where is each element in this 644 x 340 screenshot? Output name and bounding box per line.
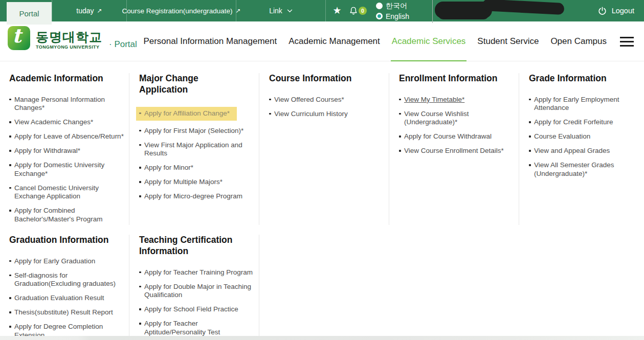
menu-item-view-course-enrollment-details[interactable]: View Course Enrollment Details* [399, 147, 514, 155]
redaction-blob [438, 8, 489, 19]
notifications-bell-button[interactable]: 0 [347, 0, 368, 21]
menu-item-apply-for-multiple-majors[interactable]: Apply for Multiple Majors* [139, 178, 254, 186]
menu-column-graduation-information: Graduation InformationApply for Early Gr… [9, 235, 129, 340]
menu-item-view-first-major-application-and-results[interactable]: View First Major Application and Results [139, 141, 254, 158]
menu-item-view-academic-changes[interactable]: View Academic Changes* [9, 118, 124, 126]
column-divider [259, 235, 259, 340]
topbar-separator [432, 0, 433, 23]
menu-item-apply-for-first-major-selection[interactable]: Apply for First Major (Selection)* [139, 127, 254, 135]
menu-item-view-course-wishlist-undergraduate[interactable]: View Course Wishlist (Undergraduate)* [399, 110, 514, 127]
portal-suffix: · Portal [109, 26, 137, 50]
topbar-link-tuday[interactable]: tuday ↗ [52, 0, 127, 21]
header: t 동명대학교 TONGMYONG UNIVERSITY · Portal Pe… [0, 21, 644, 61]
link-dropdown-label: Link [269, 7, 282, 15]
university-logo-icon: t [8, 26, 30, 50]
column-title: Academic Information [9, 73, 119, 84]
menu-item-manage-personal-information-changes[interactable]: Manage Personal Information Changes* [9, 96, 124, 112]
menu-item-apply-for-double-major-in-teaching-qualification[interactable]: Apply for Double Major in Teaching Quali… [139, 283, 254, 300]
radio-selected-icon [376, 13, 383, 19]
column-title: Course Information [269, 73, 379, 84]
menu-item-apply-for-combined-bachelor-s-master-s-program[interactable]: Apply for Combined Bachelor's/Master's P… [9, 207, 124, 223]
column-divider [259, 73, 259, 225]
column-title: Teaching Certification Information [139, 235, 249, 257]
language-korean-label: 한국어 [386, 2, 407, 11]
logo-english-name: TONGMYONG UNIVERSITY [36, 44, 102, 50]
logo[interactable]: t 동명대학교 TONGMYONG UNIVERSITY · Portal [8, 26, 137, 50]
logout-label: Logout [612, 7, 634, 15]
menu-item-apply-for-minor[interactable]: Apply for Minor* [139, 164, 254, 172]
menu-item-view-and-appeal-grades[interactable]: View and Appeal Grades [529, 147, 643, 155]
menu-item-apply-for-leave-of-absence-return[interactable]: Apply for Leave of Absence/Return* [9, 132, 124, 141]
menu-item-apply-for-teacher-aptitude-personality-test[interactable]: Apply for Teacher Aptitude/Personality T… [139, 320, 254, 336]
menu-item-apply-for-micro-degree-program[interactable]: Apply for Micro-degree Program [139, 192, 254, 200]
portal-tab[interactable]: Portal [7, 2, 52, 25]
page-bottom-strip [0, 336, 644, 340]
menu-item-apply-for-teacher-training-program[interactable]: Apply for Teacher Training Program [139, 268, 254, 277]
menu-column-course-information: Course InformationView Offered Courses*V… [269, 73, 389, 225]
nav-item-personal-information-management[interactable]: Personal Information Management [143, 21, 277, 61]
language-option-english[interactable]: English [376, 12, 409, 20]
menu-item-view-curriculum-history[interactable]: View Curriculum History [269, 110, 384, 118]
menu-item-apply-for-course-withdrawal[interactable]: Apply for Course Withdrawal [399, 132, 514, 141]
nav-item-student-service[interactable]: Student Service [477, 21, 539, 61]
favorites-star-icon[interactable]: ★ [331, 0, 343, 21]
language-english-label: English [386, 12, 409, 20]
topbar: Portal tuday ↗ Course Registration(under… [0, 0, 644, 21]
menu-item-apply-for-early-employment-attendance[interactable]: Apply for Early Employment Attendance [529, 96, 643, 112]
menu-row-1: Academic InformationManage Personal Info… [0, 61, 644, 225]
topbar-link-course-registration[interactable]: Course Registration(undergraduate) ↗ [127, 0, 236, 21]
nav-item-academic-services[interactable]: Academic Services [392, 21, 466, 61]
menu-column-teaching-certification-information: Teaching Certification InformationApply … [139, 235, 259, 340]
menu-item-apply-for-withdrawal[interactable]: Apply for Withdrawal* [9, 147, 124, 155]
menu-item-apply-for-early-graduation[interactable]: Apply for Early Graduation [9, 257, 124, 265]
menu-item-apply-for-domestic-university-exchange[interactable]: Apply for Domestic University Exchange* [9, 161, 124, 178]
column-title: Enrollment Information [399, 73, 509, 84]
column-divider [389, 73, 389, 225]
logo-korean-name: 동명대학교 [36, 29, 102, 44]
notification-count-badge: 0 [359, 7, 367, 15]
column-title: Grade Information [529, 73, 639, 84]
topbar-link-dropdown[interactable]: Link [236, 0, 326, 21]
menu-item-apply-for-affiliation-change[interactable]: Apply for Affiliation Change* [136, 107, 237, 121]
column-title: Graduation Information [9, 235, 119, 246]
chevron-down-icon [287, 9, 293, 13]
menu-column-grade-information: Grade InformationApply for Early Employm… [529, 73, 644, 225]
column-divider [129, 235, 129, 340]
power-icon [597, 6, 607, 16]
menu-item-view-my-timetable[interactable]: View My Timetable* [399, 96, 514, 104]
language-switcher: 한국어 English [376, 0, 409, 21]
nav-item-open-campus[interactable]: Open Campus [550, 21, 607, 61]
menu-column-enrollment-information: Enrollment InformationView My Timetable*… [399, 73, 519, 225]
external-link-icon: ↗ [97, 7, 102, 14]
menu-item-graduation-evaluation-result[interactable]: Graduation Evaluation Result [9, 294, 124, 302]
column-divider [129, 73, 129, 225]
course-registration-label: Course Registration(undergraduate) [122, 7, 232, 15]
column-title: Major Change Application [139, 73, 249, 96]
main-nav: Personal Information ManagementAcademic … [143, 21, 634, 61]
hamburger-menu-icon[interactable] [620, 37, 634, 47]
menu-item-apply-for-credit-forfeiture[interactable]: Apply for Credit Forfeiture [529, 118, 643, 126]
bell-icon [348, 6, 359, 16]
language-option-korean[interactable]: 한국어 [376, 2, 409, 11]
academic-services-mega-menu: Academic InformationManage Personal Info… [0, 61, 644, 340]
nav-item-academic-management[interactable]: Academic Management [288, 21, 380, 61]
menu-item-view-all-semester-grades-undergraduate[interactable]: View All Semester Grades (Undergraduate)… [529, 161, 643, 178]
menu-column-academic-information: Academic InformationManage Personal Info… [9, 73, 129, 225]
menu-item-view-offered-courses[interactable]: View Offered Courses* [269, 96, 384, 104]
radio-unselected-icon [376, 3, 383, 9]
menu-row-2: Graduation InformationApply for Early Gr… [0, 225, 644, 340]
menu-item-self-diagnosis-for-graduation-excluding-graduates[interactable]: Self-diagnosis for Graduation(Excluding … [9, 271, 124, 288]
menu-item-cancel-domestic-university-exchange-application[interactable]: Cancel Domestic University Exchange Appl… [9, 184, 124, 201]
redacted-username [434, 0, 565, 21]
redaction-blob [482, 0, 564, 15]
tuday-label: tuday [76, 7, 94, 15]
menu-column-major-change-application: Major Change ApplicationApply for Affili… [139, 73, 259, 225]
column-divider [519, 73, 519, 225]
menu-item-course-evaluation[interactable]: Course Evaluation [529, 132, 643, 141]
menu-item-thesis-substitute-result-report[interactable]: Thesis(substitute) Result Report [9, 308, 124, 316]
logout-button[interactable]: Logout [597, 0, 634, 21]
menu-item-apply-for-school-field-practice[interactable]: Apply for School Field Practice [139, 305, 254, 313]
